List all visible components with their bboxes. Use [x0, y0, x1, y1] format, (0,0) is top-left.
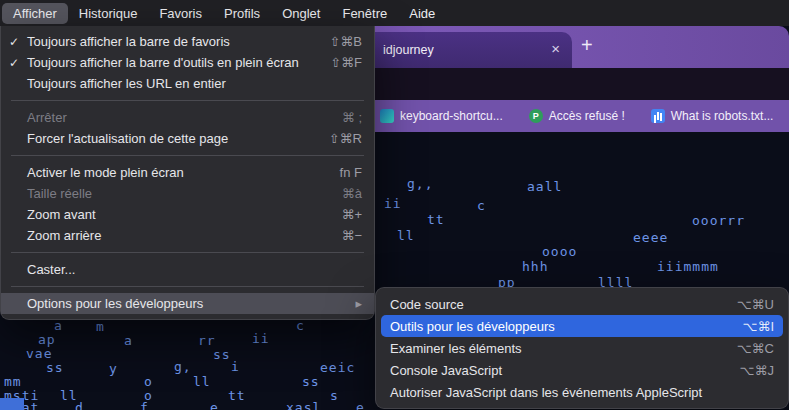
developer-options-submenu: Code source⌥⌘UOutils pour les développeu… [375, 287, 789, 409]
menu-item-label: Zoom avant [27, 207, 96, 222]
menu-item-zoom-arri-re[interactable]: Zoom arrière⌘− [1, 225, 374, 246]
shortcut-label: ⌥⌘I [726, 319, 774, 334]
shortcut-label: fn F [324, 165, 362, 180]
menu-item-caster[interactable]: Caster... [1, 259, 374, 280]
menubar-item-historique[interactable]: Historique [68, 3, 149, 24]
site-icon-teal [380, 109, 394, 123]
view-menu-dropdown: ✓Toujours afficher la barre de favoris⇧⌘… [0, 26, 375, 320]
submenu-item-label: Console JavaScript [390, 363, 502, 378]
menu-item-activer-le-mode-plein-cran[interactable]: Activer le mode plein écranfn F [1, 162, 374, 183]
shortcut-label: ⌥⌘C [721, 341, 774, 356]
menubar-item-favoris[interactable]: Favoris [148, 3, 213, 24]
menu-item-label: Toujours afficher la barre d'outils en p… [27, 55, 299, 70]
bookmark-item[interactable]: What is robots.txt... [651, 109, 774, 123]
chart-icon [651, 109, 665, 123]
menu-item-label: Toujours afficher les URL en entier [27, 76, 226, 91]
menubar-item-aide[interactable]: Aide [398, 3, 446, 24]
menu-item-forcer-l-actualisation-de-cette-page[interactable]: Forcer l'actualisation de cette page⇧⌘R [1, 128, 374, 149]
submenu-item-code-source[interactable]: Code source⌥⌘U [381, 293, 783, 315]
bookmark-label: keyboard-shortcu... [400, 109, 503, 123]
menu-item-taille-r-elle: Taille réelle⌘à [1, 183, 374, 204]
menu-item-toujours-afficher-les-url-en-entier[interactable]: Toujours afficher les URL en entier [1, 73, 374, 94]
submenu-item-label: Examiner les éléments [390, 341, 522, 356]
submenu-item-console-javascript[interactable]: Console JavaScript⌥⌘J [381, 359, 783, 381]
menu-item-zoom-avant[interactable]: Zoom avant⌘+ [1, 204, 374, 225]
shortcut-label: ⌘ ; [326, 110, 362, 125]
shortcut-label: ⌘− [325, 228, 362, 243]
shortcut-label: ⇧⌘B [313, 34, 362, 49]
letter-p-icon: P [529, 109, 543, 123]
menubar-item-profils[interactable]: Profils [213, 3, 271, 24]
menu-item-arr-ter: Arrêter⌘ ; [1, 107, 374, 128]
menu-item-label: Taille réelle [27, 186, 92, 201]
screen: idjourney × + keyboard-shortcu...PAccès … [0, 0, 789, 410]
tab-title: idjourney [383, 43, 434, 57]
bookmark-label: Accès refusé ! [549, 109, 625, 123]
menu-item-label: Caster... [27, 262, 75, 277]
checkmark-icon: ✓ [9, 35, 27, 49]
menu-bar: AfficherHistoriqueFavorisProfilsOngletFe… [0, 0, 789, 26]
submenu-item-label: Outils pour les développeurs [390, 319, 555, 334]
menu-item-label: Options pour les développeurs [27, 296, 203, 311]
shortcut-label: ⌘à [326, 186, 362, 201]
submenu-arrow-icon: ▸ [339, 296, 362, 311]
menu-item-label: Toujours afficher la barre de favoris [27, 34, 230, 49]
bookmark-label: What is robots.txt... [671, 109, 774, 123]
submenu-item-outils-pour-les-d-veloppeurs[interactable]: Outils pour les développeurs⌥⌘I [381, 315, 783, 337]
shortcut-label: ⌥⌘U [721, 297, 774, 312]
shortcut-label: ⇧⌘F [314, 55, 362, 70]
submenu-item-autoriser-javascript-dans-les-v-nements-applescript[interactable]: Autoriser JavaScript dans les événements… [381, 381, 783, 403]
shortcut-label: ⇧⌘R [313, 131, 362, 146]
submenu-item-label: Autoriser JavaScript dans les événements… [390, 385, 702, 400]
submenu-item-examiner-les-l-ments[interactable]: Examiner les éléments⌥⌘C [381, 337, 783, 359]
shortcut-label: ⌘+ [325, 207, 362, 222]
menubar-item-afficher[interactable]: Afficher [2, 3, 68, 24]
bookmark-item[interactable]: keyboard-shortcu... [380, 109, 503, 123]
menubar-item-onglet[interactable]: Onglet [271, 3, 331, 24]
shortcut-label: ⌥⌘J [724, 363, 774, 378]
menu-item-label: Forcer l'actualisation de cette page [27, 131, 228, 146]
tab-close-icon[interactable]: × [551, 40, 560, 58]
menu-item-label: Zoom arrière [27, 228, 101, 243]
menu-item-options-pour-les-d-veloppeurs[interactable]: Options pour les développeurs▸ [1, 293, 374, 314]
menubar-item-fen-tre[interactable]: Fenêtre [331, 3, 398, 24]
menu-separator [11, 100, 364, 101]
menu-item-toujours-afficher-la-barre-de-favoris[interactable]: ✓Toujours afficher la barre de favoris⇧⌘… [1, 31, 374, 52]
menu-item-toujours-afficher-la-barre-d-outils-en-plein-cran[interactable]: ✓Toujours afficher la barre d'outils en … [1, 52, 374, 73]
menu-item-label: Arrêter [27, 110, 67, 125]
menu-separator [11, 155, 364, 156]
checkmark-icon: ✓ [9, 56, 27, 70]
submenu-item-label: Code source [390, 297, 464, 312]
bookmark-item[interactable]: PAccès refusé ! [529, 109, 625, 123]
new-tab-button[interactable]: + [581, 34, 593, 57]
menu-item-label: Activer le mode plein écran [27, 165, 184, 180]
menu-separator [11, 252, 364, 253]
menu-separator [11, 286, 364, 287]
